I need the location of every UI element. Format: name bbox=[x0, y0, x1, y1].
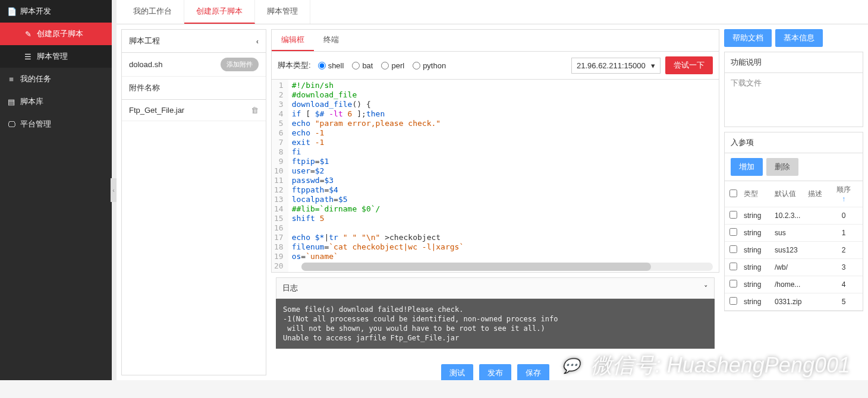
basic-info-button[interactable]: 基本信息 bbox=[775, 29, 823, 47]
code-area[interactable]: #!/bin/sh#download_filedownload_file() {… bbox=[288, 80, 719, 272]
param-row[interactable]: string /home... 4 bbox=[725, 276, 863, 293]
sidebar: 📄 脚本开发 ✎ 创建原子脚本 ☰ 脚本管理 ≡ 我的任务 ▤ 脚本库 🖵 平台… bbox=[0, 0, 112, 380]
radio-python[interactable]: python bbox=[413, 61, 446, 70]
radio-perl[interactable]: perl bbox=[381, 61, 404, 70]
param-check[interactable] bbox=[729, 228, 737, 236]
try-button[interactable]: 尝试一下 bbox=[665, 56, 713, 74]
sidebar-nav-mytasks[interactable]: ≡ 我的任务 bbox=[0, 68, 112, 90]
test-button[interactable]: 测试 bbox=[441, 364, 473, 380]
sidebar-nav-scriptlib[interactable]: ▤ 脚本库 bbox=[0, 90, 112, 113]
host-value: 21.96.62.211:15000 bbox=[577, 61, 646, 70]
param-delete-button[interactable]: 删除 bbox=[766, 158, 798, 176]
script-type-label: 脚本类型: bbox=[278, 60, 311, 71]
col-default: 默认值 bbox=[775, 189, 808, 199]
attachment-title: 附件名称 bbox=[129, 83, 160, 93]
tasks-icon: ≡ bbox=[7, 75, 15, 84]
param-check[interactable] bbox=[729, 211, 737, 219]
attachment-item[interactable]: Ftp_Get_File.jar 🗑 bbox=[122, 100, 266, 121]
param-row[interactable]: string sus 1 bbox=[725, 225, 863, 242]
editor-panel: 编辑框 终端 脚本类型: shell bat perl python bbox=[271, 29, 719, 273]
help-button[interactable]: 帮助文档 bbox=[724, 29, 772, 47]
param-row[interactable]: string 10.2.3... 0 bbox=[725, 207, 863, 225]
code-editor[interactable]: 1234567891011121314151617181920 #!/bin/s… bbox=[272, 80, 719, 272]
line-gutter: 1234567891011121314151617181920 bbox=[272, 80, 288, 272]
param-type: string bbox=[744, 246, 775, 254]
param-row[interactable]: string sus123 2 bbox=[725, 242, 863, 259]
project-panel-header: 脚本工程 ‹ bbox=[122, 30, 266, 53]
save-button[interactable]: 保存 bbox=[517, 364, 549, 380]
param-default: 10.2.3... bbox=[775, 211, 808, 220]
radio-bat[interactable]: bat bbox=[352, 61, 373, 70]
host-select[interactable]: 21.96.62.211:15000 ▾ bbox=[571, 58, 661, 74]
attachment-name: Ftp_Get_File.jar bbox=[129, 106, 184, 115]
param-check[interactable] bbox=[729, 263, 737, 270]
sidebar-nav-platform[interactable]: 🖵 平台管理 bbox=[0, 113, 112, 135]
sidebar-nav-label: 脚本库 bbox=[20, 96, 43, 107]
radio-shell[interactable]: shell bbox=[318, 61, 344, 70]
tab-manage[interactable]: 脚本管理 bbox=[255, 0, 310, 24]
param-default: /home... bbox=[775, 280, 808, 289]
param-row[interactable]: string /wb/ 3 bbox=[725, 259, 863, 276]
chevron-down-icon: ▾ bbox=[651, 61, 655, 70]
chevron-down-icon[interactable]: ˅ bbox=[704, 284, 708, 293]
param-check[interactable] bbox=[729, 245, 737, 253]
file-row: doload.sh 添加附件 bbox=[122, 53, 266, 77]
sidebar-header[interactable]: 📄 脚本开发 bbox=[0, 0, 112, 23]
param-order: 2 bbox=[835, 246, 852, 254]
log-body: Some file(s) download failed!Please chec… bbox=[276, 299, 715, 349]
log-title: 日志 bbox=[282, 283, 298, 293]
param-check[interactable] bbox=[729, 297, 737, 305]
monitor-icon: 🖵 bbox=[7, 120, 15, 129]
edit-icon: ✎ bbox=[24, 30, 32, 39]
collapse-left-icon[interactable]: ‹ bbox=[256, 37, 259, 46]
function-desc-title: 功能说明 bbox=[725, 52, 863, 73]
sidebar-item-create[interactable]: ✎ 创建原子脚本 bbox=[0, 23, 112, 45]
log-section: 日志 ˅ Some file(s) download failed!Please… bbox=[276, 277, 715, 349]
sidebar-item-manage[interactable]: ☰ 脚本管理 bbox=[0, 45, 112, 68]
param-order: 3 bbox=[835, 263, 852, 271]
trash-icon[interactable]: 🗑 bbox=[251, 106, 259, 115]
tab-create[interactable]: 创建原子脚本 bbox=[184, 0, 255, 24]
collapse-bar[interactable]: ‹ bbox=[112, 0, 117, 380]
tab-workbench[interactable]: 我的工作台 bbox=[121, 0, 184, 24]
param-type: string bbox=[744, 229, 775, 237]
sidebar-nav-label: 我的任务 bbox=[20, 74, 51, 84]
script-toolbar: 脚本类型: shell bat perl python 21.96.62.211… bbox=[272, 52, 719, 80]
collapse-handle-icon[interactable]: ‹ bbox=[111, 178, 117, 202]
bottom-actions: 测试 发布 保存 bbox=[271, 358, 719, 380]
param-check[interactable] bbox=[729, 280, 737, 288]
param-default: sus bbox=[775, 229, 808, 237]
add-attachment-button[interactable]: 添加附件 bbox=[221, 58, 259, 71]
function-desc-body[interactable]: 下载文件 bbox=[725, 73, 863, 127]
editor-subtabs: 编辑框 终端 bbox=[272, 30, 719, 52]
tabs: 我的工作台 创建原子脚本 脚本管理 bbox=[117, 0, 868, 24]
param-order: 0 bbox=[835, 211, 852, 220]
param-default: 0331.zip bbox=[775, 298, 808, 306]
subtab-terminal[interactable]: 终端 bbox=[314, 30, 348, 51]
col-type: 类型 bbox=[744, 189, 775, 199]
sidebar-item-label: 脚本管理 bbox=[37, 51, 68, 62]
param-check-all[interactable] bbox=[729, 189, 737, 197]
scrollbar-thumb[interactable] bbox=[301, 263, 651, 271]
col-order[interactable]: 顺序 ↑ bbox=[835, 185, 852, 203]
sort-arrow-icon: ↑ bbox=[842, 195, 845, 203]
horizontal-scrollbar[interactable] bbox=[301, 263, 713, 271]
subtab-editor[interactable]: 编辑框 bbox=[272, 30, 314, 51]
param-type: string bbox=[744, 298, 775, 306]
workarea: 脚本工程 ‹ doload.sh 添加附件 附件名称 Ftp_Get_File.… bbox=[117, 24, 868, 380]
filename[interactable]: doload.sh bbox=[129, 60, 162, 69]
params-title: 入参项 bbox=[725, 132, 863, 153]
param-default: /wb/ bbox=[775, 263, 808, 271]
param-type: string bbox=[744, 280, 775, 289]
param-add-button[interactable]: 增加 bbox=[731, 158, 763, 176]
log-header[interactable]: 日志 ˅ bbox=[276, 277, 715, 299]
publish-button[interactable]: 发布 bbox=[479, 364, 511, 380]
param-type: string bbox=[744, 263, 775, 271]
param-order: 5 bbox=[835, 298, 852, 306]
param-type: string bbox=[744, 211, 775, 220]
library-icon: ▤ bbox=[7, 97, 15, 106]
param-order: 4 bbox=[835, 280, 852, 289]
sidebar-item-label: 创建原子脚本 bbox=[37, 29, 83, 39]
param-row[interactable]: string 0331.zip 5 bbox=[725, 293, 863, 311]
param-table-header: 类型 默认值 描述 顺序 ↑ bbox=[725, 181, 863, 207]
